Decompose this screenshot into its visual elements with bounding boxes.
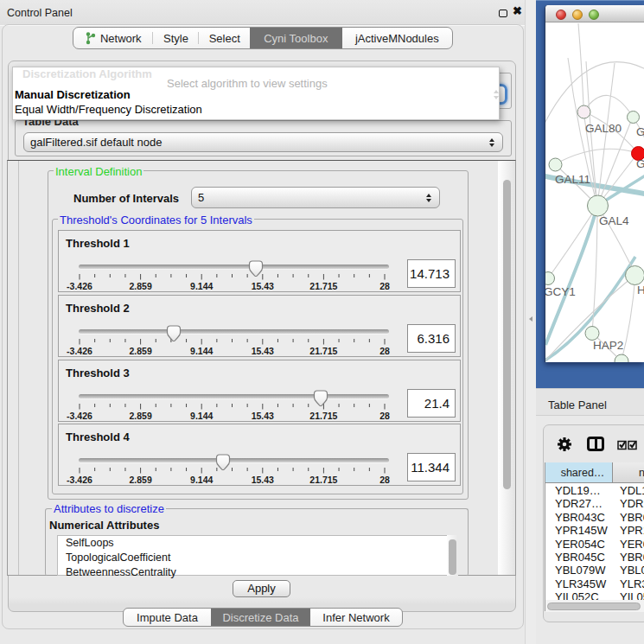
svg-text:GAL4: GAL4 xyxy=(599,214,629,227)
svg-text:GAL80: GAL80 xyxy=(585,122,622,135)
svg-text:HAP2: HAP2 xyxy=(593,339,623,352)
svg-text:GAL11: GAL11 xyxy=(555,173,590,186)
svg-text:GA: GA xyxy=(636,125,644,138)
svg-text:GCY1: GCY1 xyxy=(545,285,576,298)
svg-text:G: G xyxy=(636,157,644,170)
svg-text:H: H xyxy=(637,284,644,296)
